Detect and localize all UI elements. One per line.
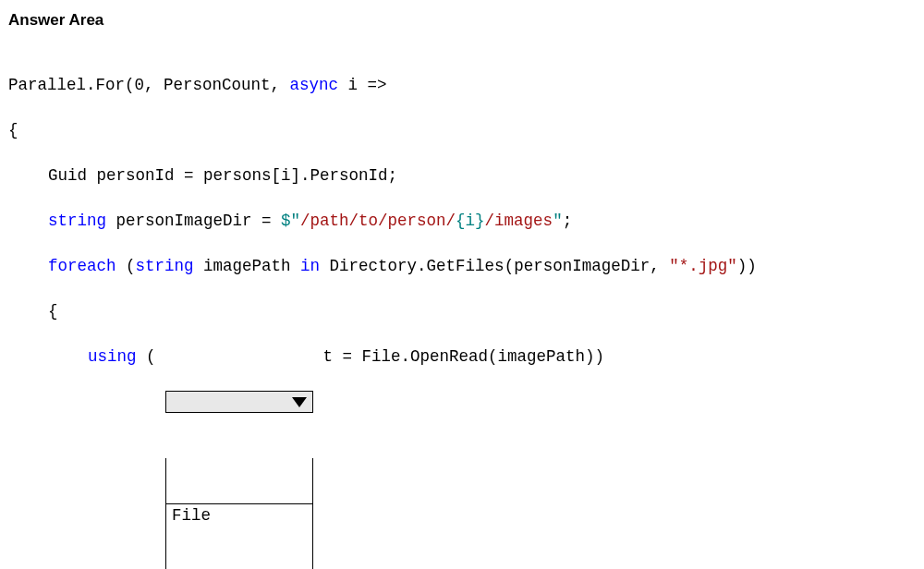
chevron-down-icon [292, 397, 307, 407]
text: ( [116, 257, 136, 275]
keyword: using [88, 347, 137, 366]
string: /path/to/person/ [300, 212, 456, 230]
code-block: Parallel.For(0, PersonCount, async i => … [8, 52, 915, 569]
text: Directory.GetFiles(personImageDir, [320, 257, 669, 275]
keyword: string [136, 257, 194, 275]
text: ; [563, 212, 573, 230]
code-line: { [8, 119, 915, 142]
text: ( [137, 347, 166, 366]
code-text: using ( [88, 345, 165, 369]
string: "*.jpg" [669, 257, 737, 275]
code-line: Guid personId = persons[i].PersonId; [8, 164, 915, 188]
string-interp: {i} [456, 212, 485, 230]
code-line: string personImageDir = $"/path/to/perso… [8, 210, 915, 233]
text: )) [737, 257, 757, 275]
string-marker: " [553, 212, 563, 230]
code-line: foreach (string imagePath in Directory.G… [8, 255, 915, 278]
text: personImageDir = [106, 212, 281, 230]
keyword: in [300, 257, 320, 275]
dropdown-1[interactable]: File Stream Uri Url [165, 345, 313, 569]
dropdown-head[interactable] [165, 391, 313, 413]
code-line-dropdown: using ( File Stream Uri Url t = File.Ope… [8, 345, 915, 569]
answer-area-header: Answer Area [8, 9, 915, 31]
keyword: string [48, 212, 106, 230]
string: /images [485, 212, 553, 230]
code-text: t = File.OpenRead(imagePath)) [313, 345, 604, 369]
keyword: async [290, 76, 339, 94]
text: imagePath [194, 257, 301, 275]
dropdown-list: File Stream Uri Url [165, 458, 313, 569]
text: i => [338, 76, 387, 94]
dropdown-option[interactable]: File [166, 503, 312, 527]
text: Parallel.For(0, PersonCount, [8, 76, 290, 94]
code-line: { [8, 300, 915, 323]
keyword: foreach [48, 257, 116, 275]
string-marker: $" [281, 212, 300, 230]
code-line: Parallel.For(0, PersonCount, async i => [8, 74, 915, 97]
